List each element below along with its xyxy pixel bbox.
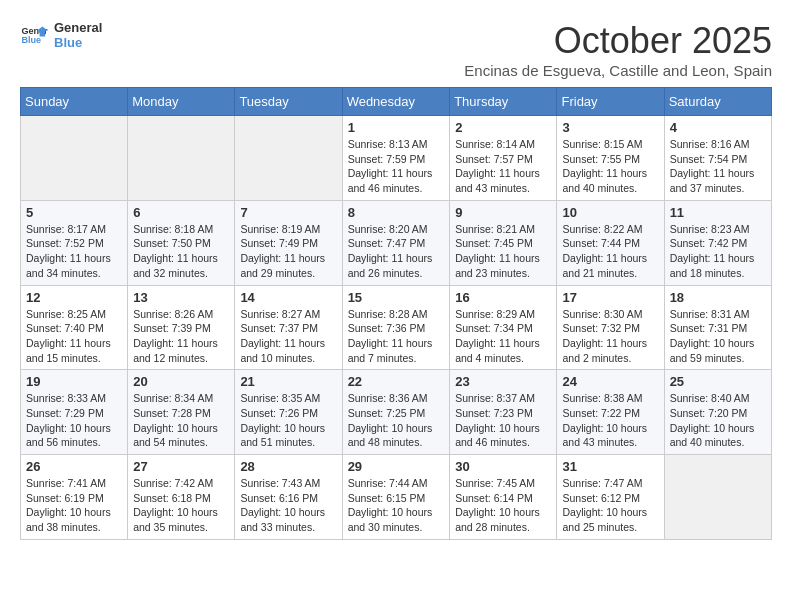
day-number: 18 xyxy=(670,290,766,305)
day-info: Sunrise: 8:18 AM Sunset: 7:50 PM Dayligh… xyxy=(133,222,229,281)
day-number: 10 xyxy=(562,205,658,220)
day-info: Sunrise: 7:47 AM Sunset: 6:12 PM Dayligh… xyxy=(562,476,658,535)
day-info: Sunrise: 8:13 AM Sunset: 7:59 PM Dayligh… xyxy=(348,137,445,196)
day-cell: 4Sunrise: 8:16 AM Sunset: 7:54 PM Daylig… xyxy=(664,116,771,201)
header: General Blue General Blue October 2025 E… xyxy=(20,20,772,79)
day-cell: 18Sunrise: 8:31 AM Sunset: 7:31 PM Dayli… xyxy=(664,285,771,370)
day-number: 25 xyxy=(670,374,766,389)
day-cell: 5Sunrise: 8:17 AM Sunset: 7:52 PM Daylig… xyxy=(21,200,128,285)
day-number: 5 xyxy=(26,205,122,220)
day-info: Sunrise: 7:45 AM Sunset: 6:14 PM Dayligh… xyxy=(455,476,551,535)
svg-text:Blue: Blue xyxy=(21,35,41,45)
day-info: Sunrise: 8:19 AM Sunset: 7:49 PM Dayligh… xyxy=(240,222,336,281)
day-info: Sunrise: 8:20 AM Sunset: 7:47 PM Dayligh… xyxy=(348,222,445,281)
day-cell: 27Sunrise: 7:42 AM Sunset: 6:18 PM Dayli… xyxy=(128,455,235,540)
day-info: Sunrise: 8:22 AM Sunset: 7:44 PM Dayligh… xyxy=(562,222,658,281)
day-number: 23 xyxy=(455,374,551,389)
day-cell: 25Sunrise: 8:40 AM Sunset: 7:20 PM Dayli… xyxy=(664,370,771,455)
title-area: October 2025 Encinas de Esgueva, Castill… xyxy=(464,20,772,79)
day-cell: 31Sunrise: 7:47 AM Sunset: 6:12 PM Dayli… xyxy=(557,455,664,540)
day-number: 2 xyxy=(455,120,551,135)
day-cell: 7Sunrise: 8:19 AM Sunset: 7:49 PM Daylig… xyxy=(235,200,342,285)
day-number: 4 xyxy=(670,120,766,135)
week-row-3: 12Sunrise: 8:25 AM Sunset: 7:40 PM Dayli… xyxy=(21,285,772,370)
day-cell xyxy=(235,116,342,201)
day-cell: 12Sunrise: 8:25 AM Sunset: 7:40 PM Dayli… xyxy=(21,285,128,370)
day-info: Sunrise: 8:21 AM Sunset: 7:45 PM Dayligh… xyxy=(455,222,551,281)
day-cell xyxy=(664,455,771,540)
weekday-header-sunday: Sunday xyxy=(21,88,128,116)
day-info: Sunrise: 8:26 AM Sunset: 7:39 PM Dayligh… xyxy=(133,307,229,366)
month-title: October 2025 xyxy=(464,20,772,62)
day-info: Sunrise: 8:15 AM Sunset: 7:55 PM Dayligh… xyxy=(562,137,658,196)
day-info: Sunrise: 8:23 AM Sunset: 7:42 PM Dayligh… xyxy=(670,222,766,281)
logo: General Blue General Blue xyxy=(20,20,102,50)
day-number: 11 xyxy=(670,205,766,220)
day-cell: 10Sunrise: 8:22 AM Sunset: 7:44 PM Dayli… xyxy=(557,200,664,285)
day-info: Sunrise: 8:27 AM Sunset: 7:37 PM Dayligh… xyxy=(240,307,336,366)
day-number: 31 xyxy=(562,459,658,474)
day-number: 14 xyxy=(240,290,336,305)
day-info: Sunrise: 8:35 AM Sunset: 7:26 PM Dayligh… xyxy=(240,391,336,450)
day-cell: 15Sunrise: 8:28 AM Sunset: 7:36 PM Dayli… xyxy=(342,285,450,370)
weekday-header-tuesday: Tuesday xyxy=(235,88,342,116)
location-subtitle: Encinas de Esgueva, Castille and Leon, S… xyxy=(464,62,772,79)
day-number: 26 xyxy=(26,459,122,474)
day-number: 20 xyxy=(133,374,229,389)
weekday-header-wednesday: Wednesday xyxy=(342,88,450,116)
day-cell: 28Sunrise: 7:43 AM Sunset: 6:16 PM Dayli… xyxy=(235,455,342,540)
day-number: 16 xyxy=(455,290,551,305)
day-cell: 24Sunrise: 8:38 AM Sunset: 7:22 PM Dayli… xyxy=(557,370,664,455)
day-cell: 9Sunrise: 8:21 AM Sunset: 7:45 PM Daylig… xyxy=(450,200,557,285)
day-info: Sunrise: 8:29 AM Sunset: 7:34 PM Dayligh… xyxy=(455,307,551,366)
day-number: 19 xyxy=(26,374,122,389)
day-cell: 8Sunrise: 8:20 AM Sunset: 7:47 PM Daylig… xyxy=(342,200,450,285)
day-number: 15 xyxy=(348,290,445,305)
weekday-header-friday: Friday xyxy=(557,88,664,116)
weekday-header-row: SundayMondayTuesdayWednesdayThursdayFrid… xyxy=(21,88,772,116)
day-info: Sunrise: 8:37 AM Sunset: 7:23 PM Dayligh… xyxy=(455,391,551,450)
calendar-table: SundayMondayTuesdayWednesdayThursdayFrid… xyxy=(20,87,772,540)
day-info: Sunrise: 7:44 AM Sunset: 6:15 PM Dayligh… xyxy=(348,476,445,535)
day-number: 29 xyxy=(348,459,445,474)
day-info: Sunrise: 8:14 AM Sunset: 7:57 PM Dayligh… xyxy=(455,137,551,196)
week-row-1: 1Sunrise: 8:13 AM Sunset: 7:59 PM Daylig… xyxy=(21,116,772,201)
day-cell: 1Sunrise: 8:13 AM Sunset: 7:59 PM Daylig… xyxy=(342,116,450,201)
week-row-4: 19Sunrise: 8:33 AM Sunset: 7:29 PM Dayli… xyxy=(21,370,772,455)
day-number: 17 xyxy=(562,290,658,305)
day-number: 9 xyxy=(455,205,551,220)
day-cell: 14Sunrise: 8:27 AM Sunset: 7:37 PM Dayli… xyxy=(235,285,342,370)
day-number: 22 xyxy=(348,374,445,389)
day-number: 21 xyxy=(240,374,336,389)
day-info: Sunrise: 8:30 AM Sunset: 7:32 PM Dayligh… xyxy=(562,307,658,366)
day-cell xyxy=(128,116,235,201)
day-cell: 22Sunrise: 8:36 AM Sunset: 7:25 PM Dayli… xyxy=(342,370,450,455)
day-info: Sunrise: 7:42 AM Sunset: 6:18 PM Dayligh… xyxy=(133,476,229,535)
day-number: 27 xyxy=(133,459,229,474)
day-info: Sunrise: 7:41 AM Sunset: 6:19 PM Dayligh… xyxy=(26,476,122,535)
week-row-5: 26Sunrise: 7:41 AM Sunset: 6:19 PM Dayli… xyxy=(21,455,772,540)
day-info: Sunrise: 8:40 AM Sunset: 7:20 PM Dayligh… xyxy=(670,391,766,450)
week-row-2: 5Sunrise: 8:17 AM Sunset: 7:52 PM Daylig… xyxy=(21,200,772,285)
weekday-header-thursday: Thursday xyxy=(450,88,557,116)
day-number: 24 xyxy=(562,374,658,389)
day-cell: 6Sunrise: 8:18 AM Sunset: 7:50 PM Daylig… xyxy=(128,200,235,285)
day-cell: 2Sunrise: 8:14 AM Sunset: 7:57 PM Daylig… xyxy=(450,116,557,201)
day-info: Sunrise: 8:25 AM Sunset: 7:40 PM Dayligh… xyxy=(26,307,122,366)
day-cell xyxy=(21,116,128,201)
day-cell: 13Sunrise: 8:26 AM Sunset: 7:39 PM Dayli… xyxy=(128,285,235,370)
day-info: Sunrise: 7:43 AM Sunset: 6:16 PM Dayligh… xyxy=(240,476,336,535)
day-number: 3 xyxy=(562,120,658,135)
day-number: 6 xyxy=(133,205,229,220)
weekday-header-monday: Monday xyxy=(128,88,235,116)
day-info: Sunrise: 8:38 AM Sunset: 7:22 PM Dayligh… xyxy=(562,391,658,450)
day-number: 28 xyxy=(240,459,336,474)
day-info: Sunrise: 8:17 AM Sunset: 7:52 PM Dayligh… xyxy=(26,222,122,281)
day-number: 12 xyxy=(26,290,122,305)
day-cell: 29Sunrise: 7:44 AM Sunset: 6:15 PM Dayli… xyxy=(342,455,450,540)
weekday-header-saturday: Saturday xyxy=(664,88,771,116)
day-info: Sunrise: 8:36 AM Sunset: 7:25 PM Dayligh… xyxy=(348,391,445,450)
day-info: Sunrise: 8:28 AM Sunset: 7:36 PM Dayligh… xyxy=(348,307,445,366)
day-info: Sunrise: 8:34 AM Sunset: 7:28 PM Dayligh… xyxy=(133,391,229,450)
day-number: 7 xyxy=(240,205,336,220)
